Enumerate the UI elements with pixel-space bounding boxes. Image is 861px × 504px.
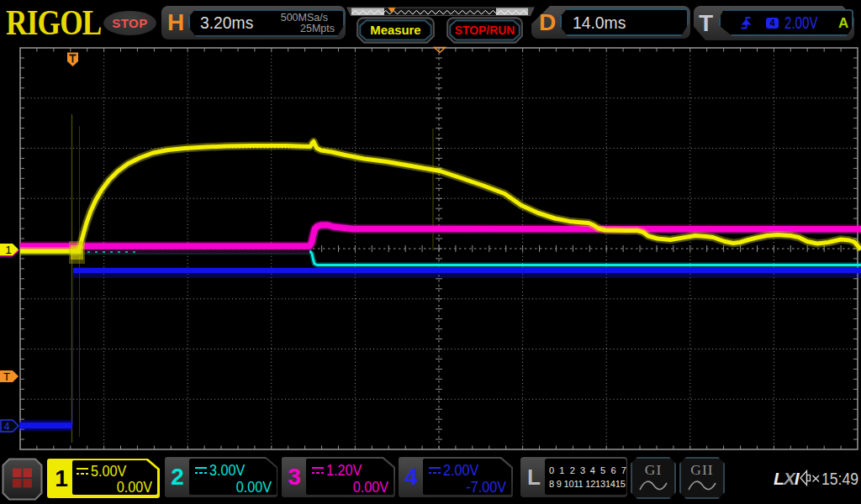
svg-text:4: 4 — [4, 421, 10, 433]
svg-text:Measure: Measure — [370, 24, 420, 37]
svg-text:STOP/RUN: STOP/RUN — [455, 24, 515, 37]
svg-text:1: 1 — [5, 244, 12, 256]
svg-text:T: T — [3, 370, 10, 383]
